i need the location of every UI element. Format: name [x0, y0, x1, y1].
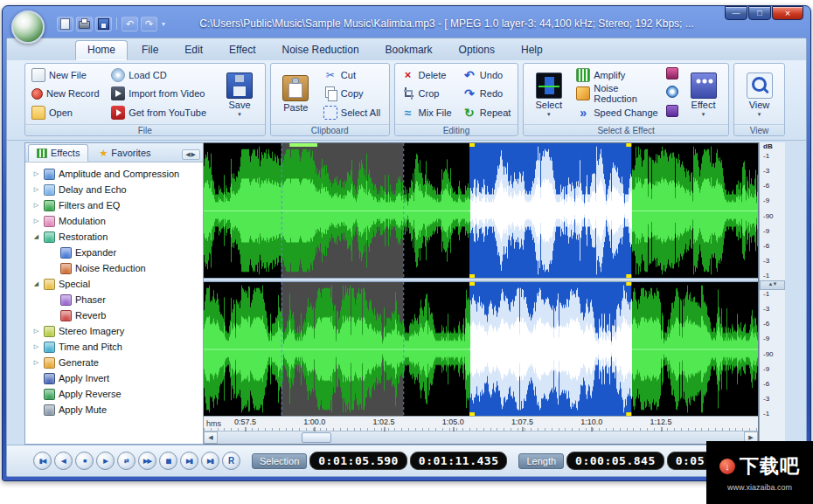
- ribbon-tab[interactable]: File: [129, 40, 170, 60]
- cut-button[interactable]: ✂Cut: [321, 66, 386, 84]
- ribbon-tab[interactable]: Help: [509, 40, 555, 60]
- ribbon: New File New Record Open Load CD Import …: [7, 60, 806, 141]
- copy-button[interactable]: Copy: [321, 85, 386, 102]
- db-label: -1: [763, 273, 785, 280]
- ribbon-tab[interactable]: Edit: [172, 40, 215, 60]
- tree-expand-icon[interactable]: ▷: [32, 343, 40, 350]
- play-button[interactable]: ▶: [96, 452, 115, 470]
- new-document-button[interactable]: [57, 17, 73, 31]
- tree-expand-icon[interactable]: ▷: [32, 186, 40, 193]
- pause-button[interactable]: ▮▮: [159, 452, 177, 470]
- app-logo-icon[interactable]: [11, 10, 45, 44]
- tree-item[interactable]: ◢ Special: [27, 276, 201, 292]
- tree-item[interactable]: Apply Reverse: [27, 386, 201, 402]
- mix-file-button[interactable]: ≈Mix File: [399, 104, 456, 121]
- close-button[interactable]: ×: [772, 6, 803, 20]
- undo-button[interactable]: ↶Undo: [460, 66, 514, 84]
- scrollbar-track[interactable]: [218, 432, 744, 444]
- tree-item[interactable]: Apply Invert: [27, 370, 201, 386]
- tree-expand-icon[interactable]: ▷: [32, 328, 40, 335]
- skip-start-button[interactable]: ▮◀: [33, 452, 52, 470]
- delete-button[interactable]: ×Delete: [399, 66, 456, 84]
- import-from-video-button[interactable]: Import from Video: [108, 85, 214, 102]
- db-scale-title: dB: [760, 142, 785, 152]
- waveform-right-channel[interactable]: [204, 282, 758, 417]
- view-button[interactable]: View ▾: [738, 66, 781, 122]
- tree-item[interactable]: ▷ Amplitude and Compression: [27, 166, 201, 182]
- tree-item[interactable]: Noise Reduction: [27, 260, 201, 276]
- ribbon-tab[interactable]: Noise Reduction: [270, 40, 372, 60]
- db-scale: dB -1-3-6-9-90-9-6-3-1 ▲▼ -1-3-6-9-90-9-…: [759, 142, 785, 445]
- noise-reduction-button[interactable]: Noise Reduction: [573, 85, 663, 102]
- open-button[interactable]: Open: [29, 104, 105, 121]
- tree-expand-icon[interactable]: ▷: [32, 202, 40, 209]
- db-label: -6: [763, 321, 785, 328]
- tree-item[interactable]: ▷ Modulation: [27, 213, 201, 229]
- quick-save-button[interactable]: [95, 17, 112, 31]
- tree-expand-icon[interactable]: ◢: [32, 280, 40, 287]
- minimize-button[interactable]: —: [725, 6, 747, 20]
- horizontal-scrollbar[interactable]: ◀ ▶: [204, 431, 758, 444]
- crop-button[interactable]: Crop: [399, 85, 456, 102]
- rewind-button[interactable]: ◀: [54, 452, 73, 470]
- get-from-youtube-button[interactable]: Get from YouTube: [108, 104, 214, 121]
- scroll-left-button[interactable]: ◀: [204, 432, 218, 444]
- tree-item[interactable]: ◢ Restoration: [27, 229, 201, 245]
- tree-expand-icon[interactable]: ▷: [32, 359, 40, 366]
- quick-undo-button[interactable]: ↶: [122, 17, 138, 31]
- maximize-button[interactable]: □: [748, 6, 771, 20]
- redo-button[interactable]: ↷Redo: [460, 85, 514, 102]
- panel-pager-button[interactable]: ◀▶: [182, 149, 200, 160]
- fx-quick-button-3[interactable]: [666, 105, 678, 121]
- tree-item[interactable]: Phaser: [27, 292, 201, 307]
- effect-button[interactable]: Effect ▾: [682, 66, 725, 122]
- speed-change-button[interactable]: »Speed Change: [573, 104, 663, 121]
- select-button[interactable]: Select ▾: [527, 66, 570, 122]
- skip-end-button[interactable]: ▶▮: [201, 452, 219, 470]
- tree-expand-icon[interactable]: ▷: [32, 170, 40, 177]
- ribbon-tab[interactable]: Options: [447, 40, 507, 60]
- quick-access-overflow-button[interactable]: ▾: [160, 20, 167, 28]
- tab-effects[interactable]: Effects: [28, 144, 88, 162]
- scrollbar-thumb[interactable]: [302, 432, 331, 443]
- db-label: -3: [763, 306, 785, 313]
- tree-item[interactable]: ▷ Filters and EQ: [27, 197, 201, 213]
- tree-item[interactable]: ▷ Time and Pitch: [27, 339, 201, 355]
- next-button[interactable]: ▶▮: [180, 452, 198, 470]
- stop-button[interactable]: ■: [75, 452, 94, 470]
- selection-end-display[interactable]: 0:01:11.435: [410, 452, 508, 470]
- print-button[interactable]: [76, 17, 93, 31]
- ribbon-tab[interactable]: Bookmark: [373, 40, 445, 60]
- fx-quick-button-1[interactable]: [666, 67, 678, 83]
- tree-item[interactable]: ▷ Delay and Echo: [27, 182, 201, 197]
- scale-splitter[interactable]: ▲▼: [760, 280, 785, 290]
- tree-item[interactable]: Reverb: [27, 307, 201, 323]
- ribbon-tab[interactable]: Effect: [217, 40, 268, 60]
- record-button[interactable]: R: [222, 452, 240, 470]
- load-cd-button[interactable]: Load CD: [108, 66, 214, 84]
- fx-quick-button-2[interactable]: [666, 86, 678, 101]
- paste-button[interactable]: Paste: [274, 66, 317, 122]
- tree-expand-icon[interactable]: ▷: [32, 217, 40, 224]
- timeline-ruler[interactable]: hms 0:57.51:00.01:02.51:05.01:07.51:10.0…: [204, 416, 758, 431]
- selection-start-display[interactable]: 0:01:05.590: [309, 452, 407, 470]
- repeat-button[interactable]: ↻Repeat: [460, 104, 514, 121]
- select-all-button[interactable]: Select All: [321, 104, 386, 121]
- tree-item[interactable]: ▷ Generate: [27, 355, 201, 370]
- tree-expand-icon[interactable]: ◢: [32, 233, 40, 240]
- tab-favorites[interactable]: ★ Favorites: [90, 144, 159, 162]
- new-record-button[interactable]: New Record: [29, 85, 105, 102]
- ribbon-tab[interactable]: Home: [75, 40, 128, 60]
- fast-forward-button[interactable]: ▶▶: [138, 452, 156, 470]
- selection-length-display[interactable]: 0:00:05.845: [566, 452, 664, 470]
- loop-button[interactable]: ⇄: [117, 452, 136, 470]
- waveform-left-channel[interactable]: [204, 143, 758, 278]
- quick-redo-button[interactable]: ↷: [141, 17, 157, 31]
- tree-item[interactable]: ▷ Stereo Imagery: [27, 323, 201, 339]
- new-file-button[interactable]: New File: [29, 66, 105, 84]
- tree-item[interactable]: Apply Mute: [27, 402, 201, 418]
- save-button[interactable]: Save ▾: [218, 66, 261, 122]
- amplify-button[interactable]: Amplify: [573, 66, 663, 84]
- effects-panel: Effects ★ Favorites ◀▶ ▷: [24, 142, 204, 445]
- tree-item[interactable]: Expander: [27, 245, 201, 260]
